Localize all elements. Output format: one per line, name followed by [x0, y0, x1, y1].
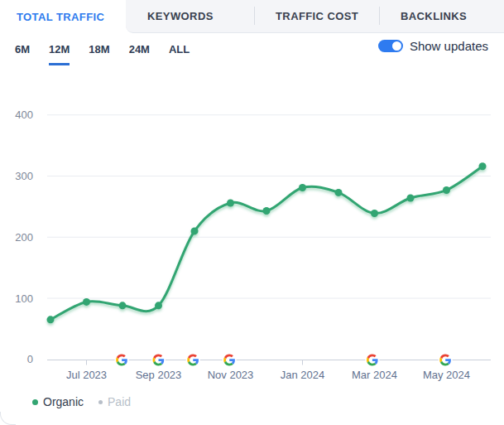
x-axis-label: Nov 2023: [208, 369, 254, 381]
legend-organic-label: Organic: [43, 395, 84, 408]
axis-labels: 0100200300400Jul 2023Sep 2023Nov 2023Jan…: [15, 109, 470, 381]
x-axis-label: Jul 2023: [66, 369, 107, 381]
x-axis-label: May 2024: [423, 369, 470, 381]
x-axis-label: Mar 2024: [352, 369, 397, 381]
organic-dot-icon: [32, 399, 38, 405]
data-point[interactable]: [479, 162, 487, 170]
data-point[interactable]: [155, 302, 162, 309]
google-update-icon[interactable]: [186, 353, 200, 367]
google-update-icon[interactable]: [365, 353, 379, 367]
legend-item-paid[interactable]: Paid: [98, 395, 131, 408]
data-point[interactable]: [299, 184, 306, 191]
data-point[interactable]: [191, 227, 199, 234]
gridlines: [47, 115, 491, 298]
data-point[interactable]: [335, 189, 343, 196]
legend-item-organic[interactable]: Organic: [32, 395, 84, 408]
y-axis-label: 300: [15, 170, 33, 182]
organic-series: [47, 162, 487, 323]
x-axis-label: Sep 2023: [136, 369, 182, 381]
data-point[interactable]: [83, 298, 90, 306]
traffic-analytics-widget: TOTAL TRAFFIC KEYWORDS TRAFFIC COST BACK…: [0, 0, 504, 425]
data-point[interactable]: [47, 316, 55, 323]
organic-line: [50, 167, 482, 320]
x-axis-label: Jan 2024: [281, 369, 325, 381]
x-axis: [47, 360, 491, 365]
data-point[interactable]: [407, 195, 415, 202]
data-point[interactable]: [371, 210, 378, 217]
y-axis-label: 0: [27, 353, 33, 365]
y-axis-label: 400: [15, 109, 33, 121]
google-update-icon[interactable]: [115, 353, 129, 367]
google-update-icon[interactable]: [151, 353, 166, 367]
traffic-chart: 0100200300400Jul 2023Sep 2023Nov 2023Jan…: [0, 0, 504, 389]
data-point[interactable]: [119, 302, 127, 309]
widget-rounded-corner: [0, 412, 16, 425]
paid-dot-icon: [98, 400, 103, 404]
y-axis-label: 100: [15, 292, 33, 305]
chart-legend: Organic Paid: [32, 395, 131, 408]
legend-paid-label: Paid: [108, 395, 131, 408]
y-axis-label: 200: [15, 231, 33, 244]
data-point[interactable]: [443, 186, 450, 194]
google-update-icon[interactable]: [439, 353, 453, 367]
google-update-icon[interactable]: [223, 353, 237, 367]
data-point[interactable]: [263, 207, 271, 215]
data-point[interactable]: [227, 199, 234, 206]
